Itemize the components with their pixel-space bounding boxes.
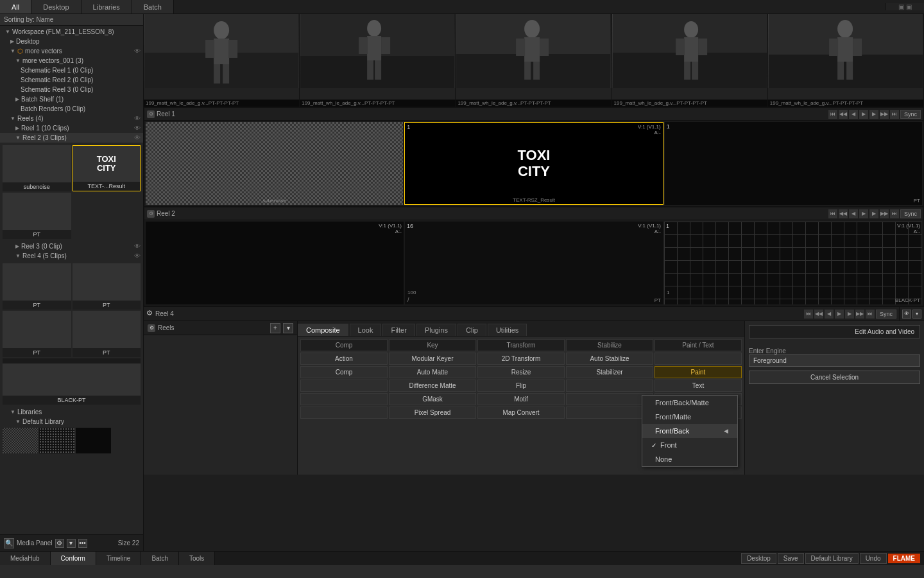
search-button[interactable]: 🔍: [4, 538, 14, 548]
settings-button[interactable]: ▾: [67, 539, 76, 548]
btn-flip[interactable]: Flip: [477, 380, 565, 392]
tree-default-library[interactable]: ▼ Default Library: [0, 417, 143, 426]
tree-desktop[interactable]: ▶ Desktop: [0, 37, 143, 46]
reel2-step-fwd[interactable]: ▶: [869, 209, 878, 218]
tree-schematic-reel1[interactable]: Schematic Reel 1 (0 Clip): [0, 66, 143, 75]
btn-auto-matte[interactable]: Auto Matte: [389, 366, 476, 378]
reel2-play[interactable]: ▶: [859, 209, 868, 218]
save-btn[interactable]: Save: [778, 553, 804, 564]
reel1-step-back[interactable]: ◀: [849, 110, 858, 119]
reel1-play[interactable]: ▶: [859, 110, 868, 119]
reel4-sync[interactable]: Sync: [876, 310, 896, 319]
btn-stabilizer[interactable]: Stabilizer: [566, 366, 653, 378]
dropdown-front-back-matte[interactable]: Front/Back/Matte: [642, 396, 737, 410]
edit-audio-video-btn[interactable]: Edit Audio and Video: [749, 325, 920, 338]
tree-libraries[interactable]: ▼ Libraries: [0, 407, 143, 417]
tab-desktop[interactable]: Desktop: [31, 0, 81, 13]
bottom-tab-batch[interactable]: Batch: [141, 552, 179, 565]
tab-look[interactable]: Look: [350, 324, 382, 336]
reel2-vp3[interactable]: 1 V:1 (V1.1)A:- 1 BLACK-PT: [664, 222, 922, 304]
reels-add-btn[interactable]: +: [270, 323, 280, 333]
tree-reel3[interactable]: ▶ Reel 3 (0 Clip) 👁: [0, 241, 143, 251]
tree-batch-renders[interactable]: Batch Renders (0 Clip): [0, 104, 143, 114]
more-vectors-eye[interactable]: 👁: [134, 48, 141, 55]
thumb-dark3[interactable]: PT: [73, 311, 141, 357]
engine-input[interactable]: [749, 355, 920, 367]
reel2-sync[interactable]: Sync: [900, 209, 921, 218]
dots-button[interactable]: •••: [78, 539, 87, 548]
view-dropdown-btn[interactable]: ▾: [912, 310, 921, 319]
btn-diff-matte[interactable]: Difference Matte: [389, 380, 476, 392]
reel4-step-back[interactable]: ◀: [825, 310, 834, 319]
btn-gmask[interactable]: GMask: [389, 393, 476, 405]
tab-all[interactable]: All: [0, 0, 31, 13]
btn-motif[interactable]: Motif: [477, 393, 565, 405]
reel4-play[interactable]: ▶: [835, 310, 844, 319]
tree-workspace[interactable]: ▼ Workspace (FLM_211_LESSON_8): [0, 27, 143, 37]
tab-plugins[interactable]: Plugins: [416, 324, 456, 336]
tree-more-vectors-001[interactable]: ▼ more vectors_001 (3): [0, 56, 143, 66]
reel1-vp-toxi[interactable]: 1 V:1 (V1.1)A:- TOXICITY TEXT-RSZ_Result: [404, 122, 663, 205]
frame-188[interactable]: 188 V:1 (V1.1)A:- 199_matt_wh_le_ade_g.v: [456, 14, 612, 107]
reel1-vp-noise[interactable]: subenoise: [146, 122, 403, 205]
thumb-subenoise[interactable]: subenoise: [3, 145, 71, 191]
frame-190[interactable]: 190 V:1 (V1.1)A:- 199_matt_wh_le_ade_g.v: [768, 14, 924, 107]
reel2-step-back[interactable]: ◀: [849, 209, 858, 218]
tab-utilities[interactable]: Utilities: [488, 324, 527, 336]
reel2-next[interactable]: ▶▶: [880, 209, 889, 218]
reel1-skip-start[interactable]: ⏮: [828, 110, 837, 119]
tab-batch[interactable]: Batch: [132, 0, 174, 13]
tab-filter[interactable]: Filter: [382, 324, 415, 336]
dropdown-none[interactable]: None: [642, 452, 737, 466]
reels-eye[interactable]: 👁: [134, 115, 141, 122]
thumb-grad[interactable]: PT: [73, 263, 141, 310]
reel4-prev[interactable]: ◀◀: [814, 310, 823, 319]
btn-modular-keyer[interactable]: Modular Keyer: [389, 353, 476, 365]
btn-text[interactable]: Text: [654, 380, 742, 392]
reel4-eye[interactable]: 👁: [134, 252, 141, 259]
reel1-skip-end[interactable]: ⏭: [890, 110, 899, 119]
reel3-eye[interactable]: 👁: [134, 243, 141, 250]
reel1-vp-dark[interactable]: 1 PT: [665, 122, 922, 205]
thumb-black[interactable]: BLACK-PT: [3, 358, 141, 405]
frame-187[interactable]: 187 V:1 (V1.1)A:- 199_matt_wh_le_ade_g.v: [300, 14, 456, 107]
reel2-vp1[interactable]: V:1 (V1.1)A:-: [146, 222, 404, 304]
tree-more-vectors[interactable]: ▼ ⬡ more vectors 👁: [0, 46, 143, 56]
tab-libraries[interactable]: Libraries: [81, 0, 132, 13]
btn-2d-transform[interactable]: 2D Transform: [477, 353, 565, 365]
btn-pixel-spread[interactable]: Pixel Spread: [389, 407, 476, 419]
tree-reel4[interactable]: ▼ Reel 4 (5 Clips) 👁: [0, 251, 143, 261]
reel1-step-fwd[interactable]: ▶: [869, 110, 878, 119]
reel1-next[interactable]: ▶▶: [880, 110, 889, 119]
cancel-selection-btn[interactable]: Cancel Selection: [749, 371, 920, 384]
reel4-skip-start[interactable]: ⏮: [804, 310, 813, 319]
btn-resize[interactable]: Resize: [477, 366, 565, 378]
eye-btn[interactable]: 👁: [902, 310, 911, 319]
dropdown-front[interactable]: ✓ Front: [642, 438, 737, 452]
lib-thumb-3[interactable]: [76, 428, 111, 453]
tab-clip[interactable]: Clip: [458, 324, 486, 336]
lib-thumb-1[interactable]: [3, 428, 38, 453]
gear-button[interactable]: ⚙: [55, 539, 64, 548]
reel2-vp2[interactable]: 16 V:1 (V1.1)A:- / 100 PT: [405, 222, 663, 304]
tree-schematic-reel2[interactable]: Schematic Reel 2 (0 Clip): [0, 75, 143, 85]
reel4-next[interactable]: ▶▶: [855, 310, 864, 319]
btn-map-convert[interactable]: Map Convert: [477, 407, 565, 419]
tree-schematic-reel3[interactable]: Schematic Reel 3 (0 Clip): [0, 85, 143, 94]
btn-auto-stabilize[interactable]: Auto Stabilize: [566, 353, 653, 365]
lib-thumb-2[interactable]: [39, 428, 74, 453]
dropdown-front-back[interactable]: Front/Back ◀: [642, 424, 737, 438]
reel1-eye[interactable]: 👁: [134, 125, 141, 132]
btn-comp[interactable]: Comp: [300, 366, 388, 378]
reel2-eye[interactable]: 👁: [134, 134, 141, 141]
bottom-tab-conform[interactable]: Conform: [51, 552, 96, 565]
tree-batch-shelf[interactable]: ▶ Batch Shelf (1): [0, 94, 143, 104]
tree-reels[interactable]: ▼ Reels (4) 👁: [0, 114, 143, 123]
tab-composite[interactable]: Composite: [298, 324, 348, 336]
frame-189[interactable]: 189 V:1 (V1.1)A:- 199_matt_wh_le_ade_g.v: [612, 14, 768, 107]
reel2-skip-end[interactable]: ⏭: [890, 209, 899, 218]
desktop-btn[interactable]: Desktop: [741, 553, 776, 564]
dropdown-front-matte[interactable]: Front/Matte: [642, 410, 737, 424]
bottom-tab-timeline[interactable]: Timeline: [96, 552, 141, 565]
tree-reel2[interactable]: ▼ Reel 2 (3 Clips) 👁: [0, 133, 143, 143]
